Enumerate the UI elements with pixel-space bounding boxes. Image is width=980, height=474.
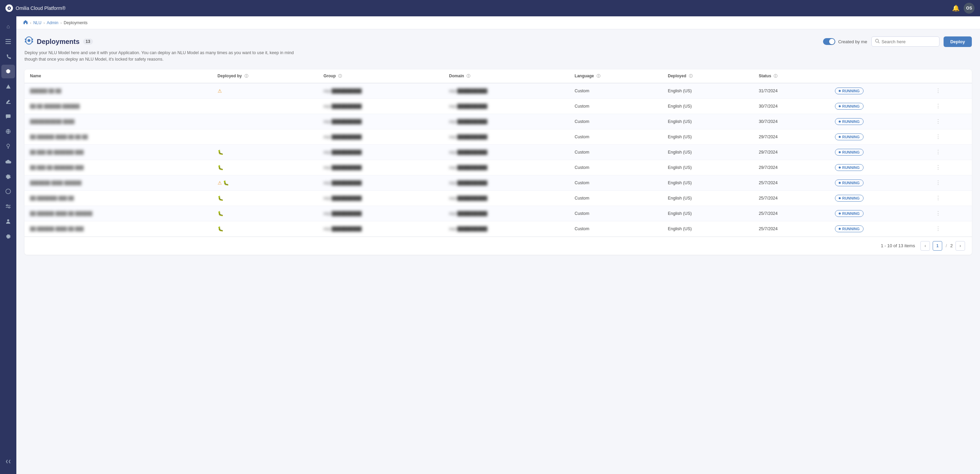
bug-icon: 🐛 (218, 211, 223, 216)
sidebar-item-user[interactable] (2, 215, 15, 228)
cell-deployed: 25/7/2024 (753, 190, 829, 206)
cell-status: RUNNING (829, 114, 930, 129)
sidebar-item-chat[interactable] (2, 110, 15, 123)
row-menu-button[interactable]: ⋮ (935, 88, 941, 94)
topbar-brand: Omilia Cloud Platform® (5, 5, 65, 12)
row-menu-button[interactable]: ⋮ (935, 134, 941, 140)
sidebar-item-network[interactable] (2, 125, 15, 138)
breadcrumb-admin[interactable]: Admin (47, 21, 58, 25)
cell-deployed: 29/7/2024 (753, 145, 829, 160)
sidebar-item-deployments[interactable] (2, 65, 15, 78)
table-body: ██████ ██ ██ ⚠ ocp ██████████ ocp ██████… (24, 83, 972, 237)
status-badge: RUNNING (835, 180, 863, 186)
cell-name: ██ ██████ ████ ██ ██ ██ (24, 129, 212, 145)
row-menu-button[interactable]: ⋮ (935, 226, 941, 232)
col-actions (829, 70, 930, 83)
table-row: ██ ███████ ███ ██ 🐛 ocp ██████████ ocp █… (24, 190, 972, 206)
sidebar-item-add[interactable] (2, 185, 15, 198)
cell-language: English (US) (662, 145, 753, 160)
cell-name: ██ ███ ██ ███████ ███ (24, 160, 212, 175)
app-title: Omilia Cloud Platform® (16, 5, 65, 11)
status-badge: RUNNING (835, 87, 863, 94)
svg-rect-2 (5, 39, 11, 40)
cell-deployed-by: ocp ██████████ (318, 221, 444, 236)
cell-icon: ⚠ 🐛 (212, 175, 318, 190)
cell-status: RUNNING (829, 145, 930, 160)
breadcrumb-home[interactable] (23, 20, 28, 25)
cell-group: ocp ██████████ (444, 221, 570, 236)
sidebar-item-settings[interactable] (2, 170, 15, 183)
cell-icon: 🐛 (212, 145, 318, 160)
pagination-prev[interactable]: ‹ (920, 241, 930, 251)
cell-language: English (US) (662, 83, 753, 99)
status-badge: RUNNING (835, 134, 863, 140)
deployments-table: Name Deployed by ⓘ Group ⓘ Domain ⓘ (24, 70, 972, 237)
cell-icon (212, 99, 318, 114)
col-language: Language ⓘ (570, 70, 663, 83)
cell-language: English (US) (662, 114, 753, 129)
cell-status: RUNNING (829, 175, 930, 190)
sidebar-item-phone[interactable] (2, 50, 15, 63)
table-row: ██ ███ ██ ███████ ███ 🐛 ocp ██████████ o… (24, 145, 972, 160)
table-row: ██████ ██ ██ ⚠ ocp ██████████ ocp ██████… (24, 83, 972, 99)
cell-language: English (US) (662, 175, 753, 190)
svg-point-13 (6, 189, 11, 194)
sidebar-item-home[interactable]: ⌂ (2, 20, 15, 33)
cell-group: ocp ██████████ (444, 206, 570, 221)
deployment-name: ██ ██████ ████ ██ ███ (30, 226, 84, 231)
cell-group: ocp ██████████ (444, 175, 570, 190)
row-menu-button[interactable]: ⋮ (935, 103, 941, 109)
sidebar: ⌂ (0, 16, 16, 474)
bell-icon[interactable]: 🔔 (952, 5, 959, 12)
svg-point-1 (8, 8, 10, 9)
pagination-next[interactable]: › (956, 241, 965, 251)
row-menu-button[interactable]: ⋮ (935, 210, 941, 216)
cell-domain: Custom (570, 175, 663, 190)
deploy-button[interactable]: Deploy (943, 37, 972, 47)
page-header: Deployments 13 Created by me (24, 36, 972, 47)
cell-deployed: 25/7/2024 (753, 206, 829, 221)
deployment-name: ██████ ██ ██ (30, 89, 61, 93)
status-badge: RUNNING (835, 103, 863, 110)
row-menu-button[interactable]: ⋮ (935, 164, 941, 170)
cell-language: English (US) (662, 129, 753, 145)
breadcrumb-nlu[interactable]: NLU (33, 21, 41, 25)
table-row: ██ ██ ██████ ██████ ocp ██████████ ocp █… (24, 99, 972, 114)
sidebar-item-system[interactable] (2, 229, 15, 243)
cell-menu: ⋮ (930, 221, 972, 236)
cell-language: English (US) (662, 160, 753, 175)
cell-status: RUNNING (829, 221, 930, 236)
created-by-me-toggle[interactable] (823, 38, 835, 45)
page-description: Deploy your NLU Model here and use it wi… (24, 50, 304, 63)
cell-icon: ⚠ (212, 83, 318, 99)
sidebar-item-menu[interactable] (2, 35, 15, 48)
row-menu-button[interactable]: ⋮ (935, 195, 941, 201)
row-menu-button[interactable]: ⋮ (935, 180, 941, 186)
table-row: ██ ███ ██ ███████ ███ 🐛 ocp ██████████ o… (24, 160, 972, 175)
cell-name: ██ ███████ ███ ██ (24, 190, 212, 206)
pagination-current: 1 (933, 241, 942, 251)
status-dot (839, 182, 841, 184)
cell-status: RUNNING (829, 83, 930, 99)
bug-icon: 🐛 (218, 196, 223, 201)
sidebar-item-config[interactable] (2, 200, 15, 213)
col-deployed-by-info: ⓘ (245, 74, 248, 78)
sidebar-collapse[interactable]: ❮❮ (2, 454, 15, 468)
cell-name: ███████ ████ ██████ (24, 175, 212, 190)
row-menu-button[interactable]: ⋮ (935, 119, 941, 124)
col-deployed-by: Deployed by ⓘ (212, 70, 318, 83)
svg-point-14 (6, 205, 8, 206)
table-header-row: Name Deployed by ⓘ Group ⓘ Domain ⓘ (24, 70, 972, 83)
row-menu-button[interactable]: ⋮ (935, 149, 941, 155)
avatar[interactable]: OS (964, 3, 975, 14)
status-badge: RUNNING (835, 210, 863, 217)
sidebar-item-edit[interactable] (2, 95, 15, 108)
cell-deployed-by: ocp ██████████ (318, 190, 444, 206)
sidebar-item-cloud[interactable] (2, 154, 15, 168)
sidebar-item-insights[interactable] (2, 140, 15, 153)
sidebar-item-analytics[interactable] (2, 80, 15, 93)
search-input[interactable] (881, 39, 939, 44)
cell-domain: Custom (570, 129, 663, 145)
cell-domain: Custom (570, 160, 663, 175)
bug-icon: 🐛 (218, 165, 223, 170)
